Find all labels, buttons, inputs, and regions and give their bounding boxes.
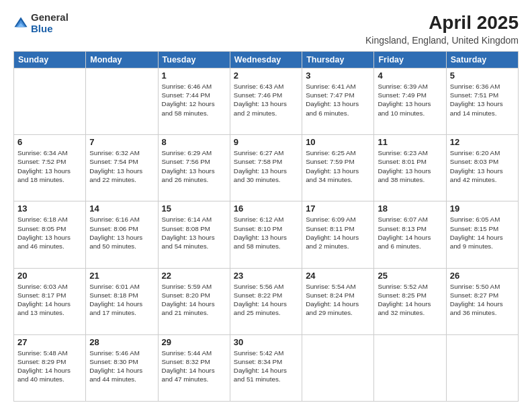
cell-info: Sunrise: 6:46 AM Sunset: 7:44 PM Dayligh… [162,82,226,118]
cell-info: Sunrise: 6:09 AM Sunset: 8:11 PM Dayligh… [306,215,370,250]
calendar-cell: 13Sunrise: 6:18 AM Sunset: 8:05 PM Dayli… [14,201,86,268]
cell-info: Sunrise: 6:20 AM Sunset: 8:03 PM Dayligh… [450,148,515,184]
calendar-cell: 25Sunrise: 5:52 AM Sunset: 8:25 PM Dayli… [374,268,446,334]
calendar-cell: 14Sunrise: 6:16 AM Sunset: 8:06 PM Dayli… [86,201,158,268]
main-title: April 2025 [365,12,519,34]
cell-day-number: 2 [234,71,298,81]
cell-info: Sunrise: 6:25 AM Sunset: 7:59 PM Dayligh… [306,148,370,184]
calendar-header-friday: Friday [374,52,446,68]
calendar-cell: 30Sunrise: 5:42 AM Sunset: 8:34 PM Dayli… [230,334,302,401]
cell-info: Sunrise: 6:34 AM Sunset: 7:52 PM Dayligh… [17,148,82,184]
calendar-cell: 10Sunrise: 6:25 AM Sunset: 7:59 PM Dayli… [302,135,374,201]
calendar-header-row: SundayMondayTuesdayWednesdayThursdayFrid… [14,52,519,68]
cell-info: Sunrise: 6:14 AM Sunset: 8:08 PM Dayligh… [162,215,226,250]
calendar-cell: 6Sunrise: 6:34 AM Sunset: 7:52 PM Daylig… [14,135,86,201]
cell-day-number: 8 [162,137,226,147]
calendar-cell: 9Sunrise: 6:27 AM Sunset: 7:58 PM Daylig… [230,135,302,201]
cell-day-number: 30 [234,337,298,347]
cell-info: Sunrise: 5:59 AM Sunset: 8:20 PM Dayligh… [162,282,226,318]
calendar-cell [302,334,374,401]
calendar-week-2: 6Sunrise: 6:34 AM Sunset: 7:52 PM Daylig… [14,135,519,201]
cell-day-number: 10 [306,137,370,147]
cell-day-number: 6 [17,137,82,147]
logo-text: General Blue [31,12,69,34]
cell-day-number: 5 [450,71,515,81]
cell-day-number: 17 [306,203,370,214]
cell-info: Sunrise: 6:01 AM Sunset: 8:18 PM Dayligh… [89,282,154,318]
calendar-cell [446,334,518,401]
cell-info: Sunrise: 6:05 AM Sunset: 8:15 PM Dayligh… [450,215,515,250]
cell-day-number: 28 [89,337,154,347]
calendar-cell: 8Sunrise: 6:29 AM Sunset: 7:56 PM Daylig… [158,135,230,201]
cell-day-number: 13 [17,203,82,214]
title-block: April 2025 Kingsland, England, United Ki… [365,12,519,46]
calendar-cell: 20Sunrise: 6:03 AM Sunset: 8:17 PM Dayli… [14,268,86,334]
cell-info: Sunrise: 6:36 AM Sunset: 7:51 PM Dayligh… [450,82,515,118]
cell-day-number: 22 [162,271,226,281]
calendar-cell [86,68,158,135]
calendar-cell [14,68,86,135]
calendar-cell: 19Sunrise: 6:05 AM Sunset: 8:15 PM Dayli… [446,201,518,268]
cell-info: Sunrise: 5:50 AM Sunset: 8:27 PM Dayligh… [450,282,515,318]
cell-info: Sunrise: 6:16 AM Sunset: 8:06 PM Dayligh… [89,215,154,250]
calendar-cell: 3Sunrise: 6:41 AM Sunset: 7:47 PM Daylig… [302,68,374,135]
cell-info: Sunrise: 6:41 AM Sunset: 7:47 PM Dayligh… [306,82,370,118]
cell-info: Sunrise: 5:56 AM Sunset: 8:22 PM Dayligh… [234,282,298,318]
calendar-cell: 15Sunrise: 6:14 AM Sunset: 8:08 PM Dayli… [158,201,230,268]
cell-info: Sunrise: 6:03 AM Sunset: 8:17 PM Dayligh… [17,282,82,318]
cell-info: Sunrise: 5:42 AM Sunset: 8:34 PM Dayligh… [234,349,298,384]
cell-day-number: 19 [450,203,515,214]
cell-day-number: 14 [89,203,154,214]
calendar-header-sunday: Sunday [14,52,86,68]
calendar-cell: 23Sunrise: 5:56 AM Sunset: 8:22 PM Dayli… [230,268,302,334]
calendar-cell: 22Sunrise: 5:59 AM Sunset: 8:20 PM Dayli… [158,268,230,334]
logo: General Blue [13,12,69,34]
calendar-cell: 16Sunrise: 6:12 AM Sunset: 8:10 PM Dayli… [230,201,302,268]
cell-info: Sunrise: 6:43 AM Sunset: 7:46 PM Dayligh… [234,82,298,118]
calendar-header-monday: Monday [86,52,158,68]
cell-info: Sunrise: 6:29 AM Sunset: 7:56 PM Dayligh… [162,148,226,184]
calendar-header-tuesday: Tuesday [158,52,230,68]
cell-day-number: 23 [234,271,298,281]
calendar-cell: 26Sunrise: 5:50 AM Sunset: 8:27 PM Dayli… [446,268,518,334]
cell-info: Sunrise: 5:48 AM Sunset: 8:29 PM Dayligh… [17,349,82,384]
cell-day-number: 12 [450,137,515,147]
calendar-cell: 7Sunrise: 6:32 AM Sunset: 7:54 PM Daylig… [86,135,158,201]
cell-day-number: 4 [378,71,442,81]
cell-info: Sunrise: 6:39 AM Sunset: 7:49 PM Dayligh… [378,82,442,118]
cell-day-number: 24 [306,271,370,281]
cell-day-number: 3 [306,71,370,81]
calendar-cell: 2Sunrise: 6:43 AM Sunset: 7:46 PM Daylig… [230,68,302,135]
calendar-cell: 27Sunrise: 5:48 AM Sunset: 8:29 PM Dayli… [14,334,86,401]
calendar-header-thursday: Thursday [302,52,374,68]
calendar-cell: 29Sunrise: 5:44 AM Sunset: 8:32 PM Dayli… [158,334,230,401]
calendar-cell: 5Sunrise: 6:36 AM Sunset: 7:51 PM Daylig… [446,68,518,135]
cell-info: Sunrise: 5:54 AM Sunset: 8:24 PM Dayligh… [306,282,370,318]
calendar-week-5: 27Sunrise: 5:48 AM Sunset: 8:29 PM Dayli… [14,334,519,401]
header: General Blue April 2025 Kingsland, Engla… [13,12,519,46]
cell-day-number: 27 [17,337,82,347]
cell-day-number: 21 [89,271,154,281]
cell-info: Sunrise: 6:27 AM Sunset: 7:58 PM Dayligh… [234,148,298,184]
calendar-cell: 28Sunrise: 5:46 AM Sunset: 8:30 PM Dayli… [86,334,158,401]
cell-info: Sunrise: 6:23 AM Sunset: 8:01 PM Dayligh… [378,148,442,184]
logo-icon [13,16,28,31]
cell-info: Sunrise: 5:44 AM Sunset: 8:32 PM Dayligh… [162,349,226,384]
calendar-week-4: 20Sunrise: 6:03 AM Sunset: 8:17 PM Dayli… [14,268,519,334]
cell-day-number: 20 [17,271,82,281]
cell-info: Sunrise: 6:07 AM Sunset: 8:13 PM Dayligh… [378,215,442,250]
calendar-cell: 12Sunrise: 6:20 AM Sunset: 8:03 PM Dayli… [446,135,518,201]
cell-day-number: 26 [450,271,515,281]
cell-info: Sunrise: 6:12 AM Sunset: 8:10 PM Dayligh… [234,215,298,250]
cell-info: Sunrise: 6:18 AM Sunset: 8:05 PM Dayligh… [17,215,82,250]
calendar-cell: 18Sunrise: 6:07 AM Sunset: 8:13 PM Dayli… [374,201,446,268]
calendar-cell: 1Sunrise: 6:46 AM Sunset: 7:44 PM Daylig… [158,68,230,135]
calendar-table: SundayMondayTuesdayWednesdayThursdayFrid… [13,51,519,402]
cell-day-number: 7 [89,137,154,147]
calendar-week-3: 13Sunrise: 6:18 AM Sunset: 8:05 PM Dayli… [14,201,519,268]
cell-day-number: 18 [378,203,442,214]
cell-day-number: 15 [162,203,226,214]
subtitle: Kingsland, England, United Kingdom [365,35,519,46]
calendar-header-wednesday: Wednesday [230,52,302,68]
calendar-cell: 24Sunrise: 5:54 AM Sunset: 8:24 PM Dayli… [302,268,374,334]
